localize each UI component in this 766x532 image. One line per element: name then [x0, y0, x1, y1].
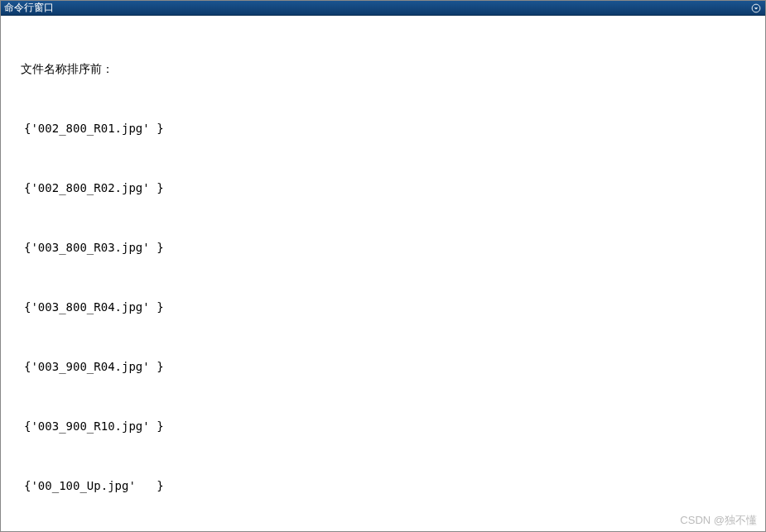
command-window: 命令行窗口 文件名称排序前： {'002_800_R01.jpg' } {'00…	[0, 0, 766, 532]
output-row: {'003_800_R04.jpg' }	[24, 297, 764, 317]
dropdown-icon[interactable]	[750, 2, 762, 14]
output-row: {'003_900_R04.jpg' }	[24, 357, 764, 376]
content-area[interactable]: 文件名称排序前： {'002_800_R01.jpg' } {'002_800_…	[1, 16, 765, 531]
output-row: {'003_900_R10.jpg' }	[24, 416, 764, 436]
output-area: 文件名称排序前： {'002_800_R01.jpg' } {'002_800_…	[2, 19, 764, 531]
output-row: {'003_800_R03.jpg' }	[24, 237, 764, 257]
titlebar: 命令行窗口	[1, 1, 765, 16]
before-sort-label: 文件名称排序前：	[21, 59, 764, 79]
window-title: 命令行窗口	[4, 1, 54, 15]
output-row: {'002_800_R01.jpg' }	[24, 118, 764, 138]
output-row: {'002_800_R02.jpg' }	[24, 178, 764, 198]
output-row: {'00_100_Up.jpg' }	[24, 476, 764, 496]
